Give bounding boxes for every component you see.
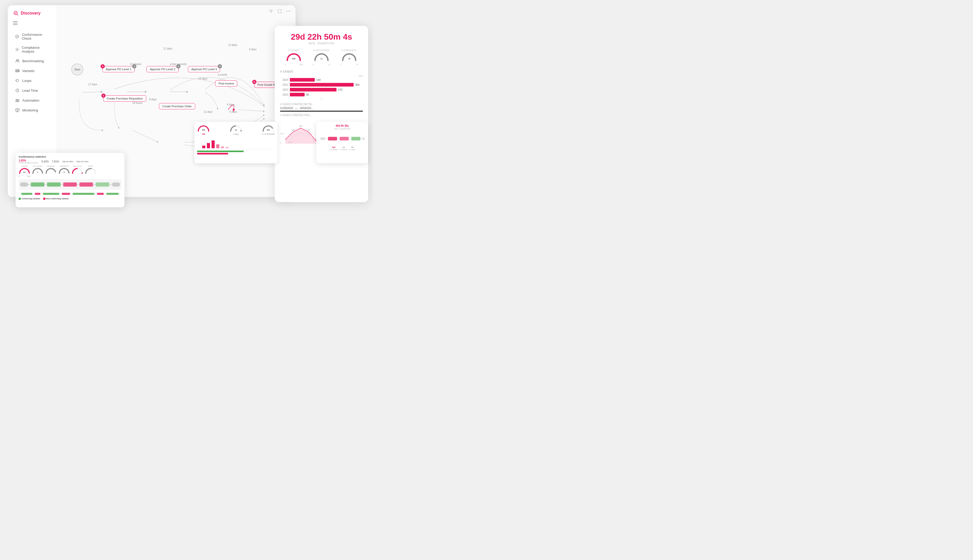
sidebar-item-conformance-check[interactable]: Conformance Check xyxy=(10,30,55,43)
flow-node-create-purchase-order[interactable]: Create Purchase Order xyxy=(159,103,195,109)
svg-rect-56 xyxy=(21,193,32,195)
loops-icon xyxy=(15,78,20,83)
mini2-flow xyxy=(319,132,366,145)
svg-rect-69 xyxy=(216,144,219,148)
flow-node-approve-po-2[interactable]: Approve PO Level 2 xyxy=(147,66,179,72)
svg-rect-2 xyxy=(13,23,18,23)
bar-year: 2023 xyxy=(280,93,288,96)
svg-rect-48 xyxy=(112,182,120,187)
menu-toggle-btn[interactable] xyxy=(8,21,57,30)
compliance-icon xyxy=(15,47,19,52)
more-btn[interactable] xyxy=(286,8,291,14)
mini2-stats: 968 # CASES 11 # ACTS 79 # VAR xyxy=(319,146,366,151)
check-circle-icon xyxy=(15,34,19,39)
conf-stat-2: 9.34% xyxy=(42,160,49,163)
svg-rect-47 xyxy=(96,182,109,187)
sidebar-item-benchmarking[interactable]: Benchmarking xyxy=(10,56,55,66)
svg-text:123: 123 xyxy=(291,129,295,131)
stats-metrics-row: # CASES 968 0 968 # ACTIVITIES 11 xyxy=(280,49,363,66)
mini-overlay-2: 40d 0h 45s AVG. DURATION 968 # CASES 11 … xyxy=(316,122,368,163)
sidebar-item-variants[interactable]: Variants xyxy=(10,66,55,76)
cases-per-title: # CASES STARTED PER ... xyxy=(280,114,363,117)
svg-text:11: 11 xyxy=(320,58,323,60)
activities-gauge: 11 xyxy=(312,53,330,63)
svg-rect-9 xyxy=(17,70,18,70)
bar-fill xyxy=(290,93,305,97)
sidebar-item-lead-time[interactable]: Lead Time xyxy=(10,85,55,95)
filter-btn[interactable] xyxy=(268,8,274,14)
svg-rect-10 xyxy=(15,71,17,72)
bar-value: 85 xyxy=(306,93,309,96)
variants-icon xyxy=(15,68,20,73)
edge-label-3days: 3 days xyxy=(249,48,256,51)
sidebar-item-label: Variants xyxy=(22,69,35,73)
flow-node-create-purchase-req[interactable]: Create Purchase Requisition xyxy=(103,95,146,102)
svg-rect-1 xyxy=(13,21,18,22)
edge-label-month: a month xyxy=(218,73,227,76)
bar-year: 2021 xyxy=(280,83,288,86)
sidebar-item-label: Conformance Check xyxy=(22,33,50,40)
conf-process-flow xyxy=(19,179,121,190)
sidebar-item-automation[interactable]: Automation xyxy=(10,95,55,105)
svg-text:79: 79 xyxy=(348,58,350,60)
sidebar-item-label: Loops xyxy=(22,79,32,83)
svg-rect-80 xyxy=(362,137,364,140)
stats-card: 29d 22h 50m 4s AVG. DURATION # CASES 968… xyxy=(275,26,368,202)
automation-icon xyxy=(15,98,20,103)
edge-label-10hours: 10 hours xyxy=(132,102,142,105)
svg-text:2021: 2021 xyxy=(288,141,293,143)
conf-gauges-row: CASES 968 0968 ACTIVITIES 11 REWORK xyxy=(19,165,121,177)
timeline-bar xyxy=(280,111,363,112)
mini-conf-bars xyxy=(197,150,275,155)
svg-rect-58 xyxy=(43,193,59,195)
flow-node-approve-po-1[interactable]: Approve PO Level 1 xyxy=(102,66,135,72)
flow-node-post-invoice[interactable]: Post invoice xyxy=(215,80,237,87)
people-icon xyxy=(15,58,20,63)
sidebar-item-monitoring[interactable]: Monitoring xyxy=(10,105,55,115)
cases-between-title: # CASES STARTED BETW... xyxy=(280,103,363,106)
sidebar-item-loops[interactable]: Loops xyxy=(10,76,55,85)
svg-rect-68 xyxy=(212,140,215,148)
edge-label-17days: 17 days xyxy=(88,83,97,86)
sidebar-item-label: Benchmarking xyxy=(22,59,44,63)
cases-bar-chart: Year 2020 144 2021 369 2022 270 2023 85 … xyxy=(280,75,363,100)
svg-rect-77 xyxy=(328,137,337,140)
svg-rect-71 xyxy=(225,147,229,148)
variants-gauge: 79 xyxy=(340,53,358,63)
svg-text:563: 563 xyxy=(267,129,270,131)
monitoring-icon xyxy=(15,108,20,112)
svg-text:11: 11 xyxy=(37,172,38,173)
conf-legend: Conforming variants Non-conforming varia… xyxy=(19,197,121,200)
bar-fill xyxy=(290,88,337,92)
bar-row-2020: 2020 144 xyxy=(280,78,363,82)
svg-rect-14 xyxy=(16,99,17,100)
bar-year: 2022 xyxy=(280,88,288,91)
conf-gauge-avg-act: AVG ACTS xyxy=(72,165,83,177)
discovery-icon xyxy=(13,10,19,16)
bar-row-2023: 2023 85 xyxy=(280,93,363,97)
svg-rect-59 xyxy=(62,193,70,195)
conf-gauge-rework: REWORK xyxy=(45,165,57,177)
sidebar-item-label: Compliance Analysis xyxy=(22,46,50,53)
svg-text:968: 968 xyxy=(202,129,205,131)
sidebar-item-label: Lead Time xyxy=(22,88,38,93)
avg-duration-label: AVG. DURATION xyxy=(280,42,363,45)
svg-text:0: 0 xyxy=(280,142,281,143)
flow-node-start[interactable]: Start xyxy=(71,63,83,75)
svg-point-20 xyxy=(288,11,289,12)
cases-label: # CASES xyxy=(285,49,303,52)
fullscreen-btn[interactable] xyxy=(277,8,283,14)
edge-label-14days: 14 days xyxy=(199,77,207,80)
conf-gauge-activities: ACTIVITIES 11 xyxy=(32,165,43,177)
bar-chart-title: # CASES xyxy=(280,70,363,73)
variants-label: # VARIANTS xyxy=(340,49,358,52)
activities-metric: # ACTIVITIES 11 0 11 xyxy=(312,49,330,66)
bar-value: 270 xyxy=(338,88,342,91)
svg-rect-45 xyxy=(63,182,77,187)
svg-text:147: 147 xyxy=(299,125,302,127)
flow-node-approve-po-3[interactable]: Approve PO Level 3 xyxy=(188,66,220,72)
edge-label-8days: 8 days xyxy=(149,98,157,101)
sidebar-item-compliance-analysis[interactable]: Compliance Analysis xyxy=(10,43,55,56)
svg-rect-62 xyxy=(107,193,119,195)
svg-point-6 xyxy=(16,60,18,61)
